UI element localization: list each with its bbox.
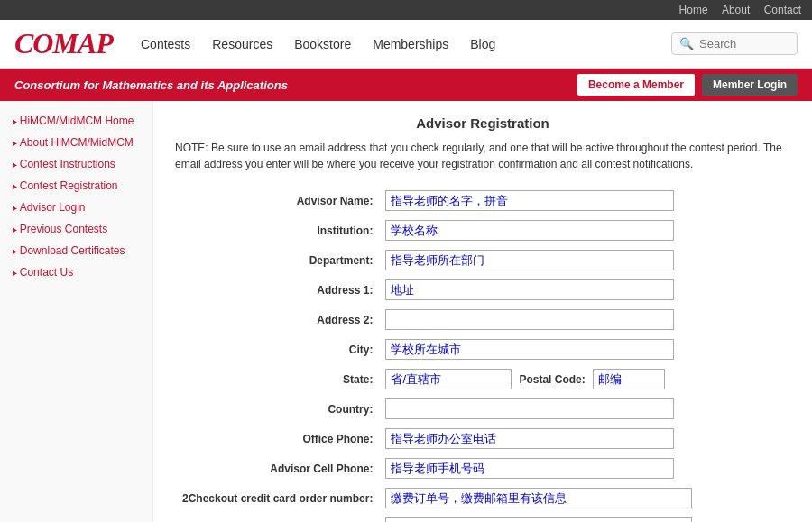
advisor-cell-label: Advisor Cell Phone: (177, 454, 378, 482)
country-label: Country: (177, 395, 378, 423)
top-bar: Home About Contact (0, 0, 812, 20)
sidebar-item-contact-us[interactable]: Contact Us (0, 261, 152, 283)
email-label: Email: (177, 514, 378, 522)
checkout-label: 2Checkout credit card order number: (177, 484, 378, 512)
advisor-name-input[interactable] (385, 190, 674, 211)
field-address1: Address 1: (177, 276, 789, 304)
address1-input-cell (380, 276, 789, 304)
search-input[interactable] (699, 37, 789, 50)
banner-buttons: Become a Member Member Login (577, 74, 798, 96)
sidebar-item-download-certificates[interactable]: Download Certificates (0, 240, 152, 261)
become-member-button[interactable]: Become a Member (577, 74, 695, 96)
nav-bookstore[interactable]: Bookstore (294, 37, 351, 51)
note-text: NOTE: Be sure to use an email address th… (175, 140, 790, 172)
nav-resources[interactable]: Resources (212, 37, 272, 51)
field-department: Department: (177, 246, 789, 274)
email-input-cell (380, 514, 789, 522)
top-contact-link[interactable]: Contact (764, 4, 801, 16)
department-input-cell (380, 246, 789, 274)
header: COMAP Contests Resources Bookstore Membe… (0, 20, 812, 69)
field-institution: Institution: (177, 216, 789, 244)
field-advisor-name: Advisor Name: (177, 187, 789, 215)
postal-label: Postal Code: (519, 373, 585, 386)
sidebar: HiMCM/MidMCM Home About HiMCM/MidMCM Con… (0, 101, 153, 522)
state-postal-input-cell: Postal Code: (380, 365, 789, 393)
institution-label: Institution: (177, 216, 378, 244)
sidebar-item-advisor-login[interactable]: Advisor Login (0, 197, 152, 218)
nav-memberships[interactable]: Memberships (373, 37, 448, 51)
country-input[interactable] (385, 398, 674, 419)
field-city: City: (177, 335, 789, 363)
main-layout: HiMCM/MidMCM Home About HiMCM/MidMCM Con… (0, 101, 812, 522)
member-login-button[interactable]: Member Login (702, 74, 798, 96)
city-input-cell (380, 335, 789, 363)
banner-tagline: Consortium for Mathematics and its Appli… (14, 78, 288, 92)
top-home-link[interactable]: Home (679, 4, 708, 16)
institution-input[interactable] (385, 220, 674, 241)
institution-input-cell (380, 216, 789, 244)
state-input[interactable] (385, 369, 512, 389)
advisor-name-label: Advisor Name: (177, 187, 378, 215)
advisor-cell-input[interactable] (385, 458, 674, 479)
search-box: 🔍 (671, 32, 798, 55)
content-area: Advisor Registration NOTE: Be sure to us… (153, 101, 812, 522)
sidebar-item-previous-contests[interactable]: Previous Contests (0, 218, 152, 240)
main-nav: Contests Resources Bookstore Memberships… (141, 37, 653, 51)
checkout-input[interactable] (385, 488, 692, 508)
field-state-postal: State: Postal Code: (177, 365, 789, 393)
address1-label: Address 1: (177, 276, 378, 304)
nav-blog[interactable]: Blog (470, 37, 495, 51)
registration-form: Advisor Name: Institution: Department: A… (175, 185, 790, 522)
country-input-cell (380, 395, 789, 423)
address2-label: Address 2: (177, 306, 378, 334)
logo: COMAP (14, 27, 123, 60)
field-country: Country: (177, 395, 789, 423)
state-label: State: (177, 365, 378, 393)
sidebar-item-contest-registration[interactable]: Contest Registration (0, 175, 152, 197)
top-about-link[interactable]: About (722, 4, 750, 16)
address2-input-cell (380, 306, 789, 334)
nav-contests[interactable]: Contests (141, 37, 190, 51)
postal-input[interactable] (593, 369, 665, 389)
checkout-input-cell (380, 484, 789, 512)
field-address2: Address 2: (177, 306, 789, 334)
department-input[interactable] (385, 250, 674, 270)
department-label: Department: (177, 246, 378, 274)
field-checkout: 2Checkout credit card order number: (177, 484, 789, 512)
address1-input[interactable] (385, 279, 674, 300)
office-phone-input[interactable] (385, 428, 674, 449)
search-icon: 🔍 (679, 37, 694, 50)
email-input[interactable] (385, 517, 692, 522)
field-office-phone: Office Phone: (177, 425, 789, 453)
field-advisor-cell: Advisor Cell Phone: (177, 454, 789, 482)
address2-input[interactable] (385, 309, 674, 330)
city-label: City: (177, 335, 378, 363)
page-title: Advisor Registration (175, 115, 790, 131)
sidebar-item-himcm-home[interactable]: HiMCM/MidMCM Home (0, 110, 152, 132)
advisor-cell-input-cell (380, 454, 789, 482)
red-banner: Consortium for Mathematics and its Appli… (0, 69, 812, 101)
sidebar-item-contest-instructions[interactable]: Contest Instructions (0, 153, 152, 175)
office-phone-label: Office Phone: (177, 425, 378, 453)
field-email: Email: (177, 514, 789, 522)
city-input[interactable] (385, 339, 674, 360)
sidebar-item-about-himcm[interactable]: About HiMCM/MidMCM (0, 132, 152, 153)
office-phone-input-cell (380, 425, 789, 453)
advisor-name-input-cell (380, 187, 789, 215)
